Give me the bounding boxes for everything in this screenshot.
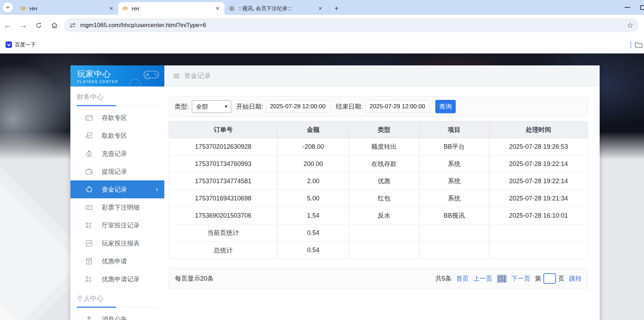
- decorative-chevron: [0, 181, 80, 320]
- section-personal-center: 个人中心: [70, 288, 164, 303]
- content-area: 类型: 全部 ▼ 开始日期: 结束日期: 查询 订单号 金额 类型: [164, 87, 600, 303]
- first-page-link[interactable]: 首页: [456, 274, 469, 283]
- list-icon: [85, 204, 93, 211]
- forward-button[interactable]: →: [15, 18, 31, 33]
- cell-type: 在线存款: [349, 155, 419, 173]
- tab-hh-2-active[interactable]: HH ✕: [118, 2, 225, 15]
- sidebar-item-funds-records[interactable]: 资金记录 ›: [70, 180, 164, 198]
- table-row: 1753701694310698 5.00 红包 系统 2025-07-28 1…: [169, 190, 588, 207]
- chart-icon: [85, 239, 93, 247]
- money-bag-icon: [85, 150, 93, 158]
- jump-suffix: 页: [558, 274, 564, 283]
- folder-icon[interactable]: [635, 41, 643, 48]
- cell-empty: [419, 224, 490, 242]
- sidebar-item-promo-application[interactable]: 优惠申请: [70, 252, 164, 270]
- cell-order-no: 1753701694310698: [169, 190, 278, 207]
- cell-time: 2025-07-28 19:22:14: [489, 173, 588, 190]
- sidebar-item-deposit-zone[interactable]: 存款专区: [70, 109, 164, 127]
- tab-close-icon[interactable]: ✕: [108, 5, 115, 12]
- cell-time: 2025-07-28 19:21:34: [489, 190, 588, 207]
- cell-empty: [489, 224, 588, 242]
- bookmarks-bar-right: [630, 41, 643, 49]
- cell-order-no: 1753701734774581: [169, 173, 278, 190]
- url-bar[interactable]: mgm1065.com/hhcp/usercenter.html?iniType…: [64, 18, 638, 32]
- cell-summary-label: 当前页统计: [169, 224, 278, 242]
- page-title: 资金记录: [184, 71, 211, 81]
- window-maximize-button[interactable]: [640, 5, 644, 10]
- sidebar-item-player-bet-report[interactable]: 玩家投注报表: [70, 234, 164, 252]
- tab-hh-1[interactable]: HH ✕: [16, 2, 118, 15]
- prev-page-link[interactable]: 上一页: [473, 274, 492, 283]
- sidebar-item-promo-application-records[interactable]: 优惠申请记录: [70, 270, 164, 288]
- brand-subtitle: PLAYERS CENTER: [77, 80, 164, 84]
- jump-go-link[interactable]: 跳转: [569, 274, 582, 283]
- page-header: 资金记录: [164, 65, 600, 87]
- bookmark-baidu[interactable]: 百度一下: [6, 41, 36, 48]
- cell-project: 系统: [419, 190, 490, 207]
- page-jump-input[interactable]: [543, 273, 556, 284]
- cell-amount: 1.54: [278, 207, 349, 224]
- cell-amount: 0.54: [278, 224, 349, 242]
- pagination-controls: 共5条 首页 上一页 [1] 下一页 第 页 跳转: [435, 273, 582, 284]
- tab-search-button[interactable]: [3, 2, 13, 12]
- tab-close-icon[interactable]: ✕: [317, 5, 324, 12]
- home-icon: [51, 22, 58, 29]
- column-header: 订单号: [169, 121, 278, 138]
- sidebar-item-message-announcements[interactable]: 消息公告: [70, 310, 164, 320]
- withdraw-hand-icon: [85, 132, 93, 140]
- next-page-link[interactable]: 下一页: [511, 274, 530, 283]
- sidebar: 玩家中心 PLAYERS CENTER 财务中心 存款专区 取款专区: [70, 65, 164, 320]
- sidebar-item-withdrawal-zone[interactable]: 取款专区: [70, 127, 164, 145]
- sidebar-item-withdrawal-records[interactable]: 提现记录: [70, 162, 164, 180]
- gold-bars-favicon: [122, 6, 128, 11]
- sidebar-item-label: 存款专区: [102, 114, 127, 122]
- cell-order-no: 1753702012630928: [169, 138, 278, 155]
- sidebar-item-recharge-records[interactable]: 充值记录: [70, 145, 164, 162]
- end-date-input[interactable]: [366, 100, 430, 113]
- reload-button[interactable]: [31, 18, 46, 33]
- start-date-input[interactable]: [266, 100, 330, 113]
- globe-favicon: [229, 6, 235, 12]
- table-header-row: 订单号 金额 类型 项目 处理时间: [169, 121, 588, 138]
- cell-empty: [419, 242, 490, 259]
- sidebar-item-label: 取款专区: [102, 132, 127, 140]
- window-minimize-button[interactable]: [625, 7, 630, 8]
- sidebar-item-label: 资金记录: [102, 185, 127, 194]
- back-button[interactable]: ←: [0, 18, 15, 33]
- user-center-panel: 玩家中心 PLAYERS CENTER 财务中心 存款专区 取款专区: [70, 65, 600, 320]
- type-select[interactable]: 全部 ▼: [192, 100, 231, 113]
- sidebar-item-label: 玩家投注报表: [102, 239, 140, 248]
- query-button[interactable]: 查询: [435, 100, 456, 113]
- table-summary-row-page: 当前页统计 0.54: [169, 224, 588, 242]
- table-summary-row-total: 总统计 0.54: [169, 242, 588, 259]
- new-tab-button[interactable]: +: [332, 4, 341, 13]
- cell-amount: 200.00: [278, 155, 349, 173]
- sidebar-item-label: 优惠申请记录: [102, 275, 140, 283]
- wallet-icon: [85, 168, 93, 175]
- web-page: 玩家中心 PLAYERS CENTER 财务中心 存款专区 取款专区: [0, 53, 644, 320]
- list-check-icon: [85, 275, 93, 283]
- sidebar-item-hall-bet-records[interactable]: 厅室投注记录: [70, 216, 164, 234]
- tab-video-records[interactable]: :::视讯, 会员下注纪录::: ✕: [225, 2, 327, 15]
- tab-separator: [329, 5, 330, 12]
- players-center-brand: 玩家中心 PLAYERS CENTER: [70, 65, 164, 87]
- bookmark-star-icon[interactable]: ☆: [627, 21, 633, 30]
- home-button[interactable]: [46, 18, 62, 33]
- cell-project: BB平台: [419, 138, 490, 155]
- cell-type: 优惠: [349, 173, 419, 190]
- bookmarks-bar: 百度一下: [0, 36, 644, 53]
- tab-close-icon[interactable]: ✕: [214, 5, 221, 12]
- section-underline: [77, 105, 158, 106]
- per-page-info: 每页显示20条: [175, 274, 214, 283]
- column-header: 处理时间: [489, 121, 588, 138]
- cell-time: 2025-07-28 19:22:14: [489, 155, 588, 173]
- tab-title: HH: [132, 6, 211, 12]
- url-text[interactable]: mgm1065.com/hhcp/usercenter.html?iniType…: [80, 22, 623, 29]
- bookmarks-separator: [630, 41, 631, 49]
- cell-summary-label: 总统计: [169, 242, 278, 259]
- end-date-label: 结束日期:: [336, 102, 363, 111]
- cell-type: 额度转出: [349, 138, 419, 155]
- person-icon: [85, 315, 93, 320]
- sidebar-item-lottery-bet-details[interactable]: 彩票下注明细: [70, 198, 164, 216]
- current-page-indicator: [1]: [497, 275, 507, 283]
